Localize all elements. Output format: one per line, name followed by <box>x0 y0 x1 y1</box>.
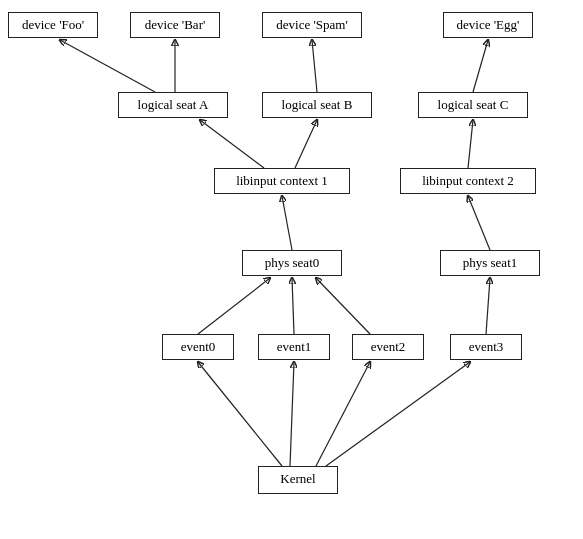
diagram: device 'Foo' device 'Bar' device 'Spam' … <box>0 0 583 539</box>
logical-seat-a-node: logical seat A <box>118 92 228 118</box>
event3-node: event3 <box>450 334 522 360</box>
svg-line-9 <box>198 278 270 334</box>
svg-line-16 <box>326 362 470 466</box>
kernel-node: Kernel <box>258 466 338 494</box>
svg-line-6 <box>468 120 473 168</box>
device-spam-node: device 'Spam' <box>262 12 362 38</box>
svg-line-5 <box>295 120 317 168</box>
libinput-context1-node: libinput context 1 <box>214 168 350 194</box>
svg-line-10 <box>292 278 294 334</box>
svg-line-12 <box>486 278 490 334</box>
event0-node: event0 <box>162 334 234 360</box>
event1-node: event1 <box>258 334 330 360</box>
phys-seat0-node: phys seat0 <box>242 250 342 276</box>
svg-line-4 <box>200 120 264 168</box>
svg-line-7 <box>282 196 292 250</box>
device-foo-node: device 'Foo' <box>8 12 98 38</box>
svg-line-8 <box>468 196 490 250</box>
svg-line-0 <box>60 40 155 92</box>
device-egg-node: device 'Egg' <box>443 12 533 38</box>
libinput-context2-node: libinput context 2 <box>400 168 536 194</box>
svg-line-14 <box>290 362 294 466</box>
event2-node: event2 <box>352 334 424 360</box>
logical-seat-b-node: logical seat B <box>262 92 372 118</box>
logical-seat-c-node: logical seat C <box>418 92 528 118</box>
phys-seat1-node: phys seat1 <box>440 250 540 276</box>
svg-line-13 <box>198 362 282 466</box>
device-bar-node: device 'Bar' <box>130 12 220 38</box>
svg-line-3 <box>473 40 488 92</box>
svg-line-2 <box>312 40 317 92</box>
svg-line-11 <box>316 278 370 334</box>
svg-line-15 <box>316 362 370 466</box>
